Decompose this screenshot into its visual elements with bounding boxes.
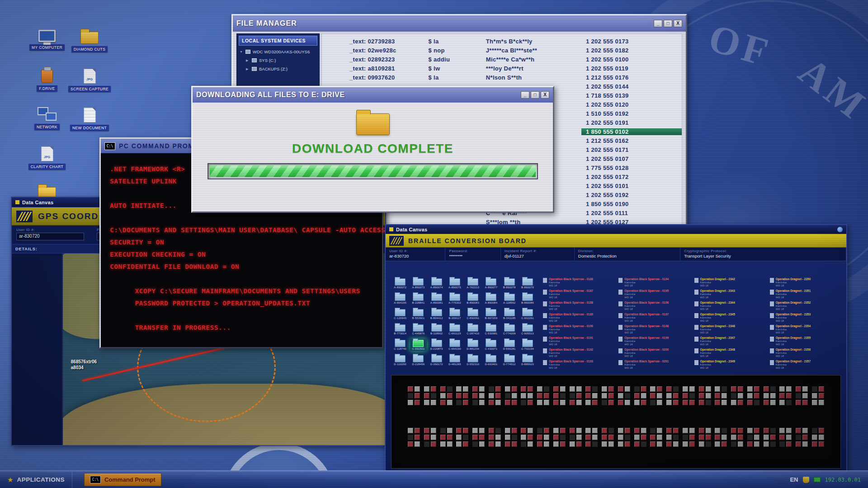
folder-item[interactable]: A-890081 (429, 293, 445, 305)
desktop-icon-diamond-cuts[interactable]: DIAMOND CUTS (68, 27, 111, 66)
folder-item[interactable]: D-881234 (465, 339, 481, 351)
folder-item[interactable]: C-430071 (483, 339, 499, 351)
folder-item[interactable]: A-890084 (483, 293, 499, 305)
taskbar-command-prompt-button[interactable]: C:\ Command Prompt (84, 473, 161, 486)
file-row[interactable]: _text: a8109281$ lw***loy De***rt1 202 5… (322, 64, 682, 73)
folder-item[interactable]: D-552310 (465, 354, 481, 366)
shield-icon[interactable] (803, 477, 809, 483)
desktop-icon-f-drive[interactable]: F.DRIVE (25, 66, 69, 105)
folder-item[interactable]: B-773014 (392, 324, 408, 336)
operation-entry[interactable]: Operation Black Sparrow - 0200KatrimbaWD… (618, 348, 689, 360)
folder-item[interactable]: A-118562 (501, 293, 518, 305)
folder-item[interactable]: B-890086 (519, 293, 536, 305)
operation-entry[interactable]: Operation Dragnet - 2343KatrimbaWD 18 (694, 289, 765, 301)
operation-entry[interactable]: Operation Dragnet - 2347KatrimbaWD 18 (694, 336, 765, 348)
folder-item[interactable]: A-890072 (392, 277, 408, 290)
folder-item[interactable]: C-445876 (410, 324, 426, 336)
file-row[interactable]: _text: 09937620$ laN*lson S**th1 212 555… (322, 73, 682, 82)
file-row[interactable]: _text: 02we928c$ nopJ*****ca Bl***ste**1… (322, 46, 682, 55)
language-indicator[interactable]: EN (790, 476, 798, 483)
operation-entry[interactable]: Operation Black Sparrow - 0193KatrimbaWD… (543, 360, 614, 371)
operation-entry[interactable]: Operation Dragnet - 2345KatrimbaWD 18 (694, 313, 765, 324)
tree-arrow-icon[interactable]: ▶ (246, 59, 250, 62)
maximize-icon[interactable] (664, 20, 672, 27)
operation-entry[interactable]: Operation Black Sparrow - 0197KatrimbaWD… (618, 313, 689, 324)
field-value[interactable]: ar-830720 (389, 253, 441, 258)
file-row[interactable]: _text: 02739283$ laTh*m*s B*ck**ly1 202 … (322, 37, 682, 46)
operation-entry[interactable]: Operation Dragnet - 2353KatrimbaWD 18 (770, 313, 841, 324)
desktop-icon-my-computer[interactable]: MY COMPUTER (25, 27, 69, 66)
folder-item[interactable]: D-774512 (501, 354, 518, 366)
tree-item-backups-z[interactable]: ▶BACKUPS (Z:) (237, 65, 319, 73)
folder-item[interactable]: C-774209 (501, 324, 518, 336)
operation-entry[interactable]: Operation Dragnet - 2346KatrimbaWD 18 (694, 324, 765, 336)
folder-item[interactable]: C-287410 (465, 324, 481, 336)
folder-item[interactable]: D-885623 (519, 354, 536, 366)
operation-entry[interactable]: Operation Dragnet - 2352KatrimbaWD 18 (770, 301, 841, 313)
operation-entry[interactable]: Operation Black Sparrow - 0201KatrimbaWD… (618, 360, 689, 371)
folder-item[interactable]: B-118902 (429, 324, 445, 336)
operation-entry[interactable]: Operation Black Sparrow - 0199KatrimbaWD… (618, 336, 689, 348)
operation-entry[interactable]: Operation Black Sparrow - 0191KatrimbaWD… (543, 336, 614, 348)
operation-entry[interactable]: Operation Black Sparrow - 0192KatrimbaWD… (543, 348, 614, 360)
folder-item[interactable]: C-664190 (447, 339, 463, 351)
device-tree-header[interactable]: LOCAL SYSTEM DEVICES (239, 36, 317, 46)
field-value[interactable]: djvl-01127 (505, 253, 571, 258)
operation-entry[interactable]: Operation Black Sparrow - 0195KatrimbaWD… (618, 289, 689, 301)
file-row[interactable]: _text: 02892323$ addiuMic****e Ca*w**h1 … (322, 55, 682, 64)
desktop-icon-screen-capture[interactable]: JPGSCREEN CAPTURE (68, 66, 111, 105)
operation-entry[interactable]: Operation Dragnet - 2356KatrimbaWD 18 (770, 348, 841, 360)
operation-entry[interactable]: Operation Black Sparrow - 0194KatrimbaWD… (618, 277, 689, 289)
minimize-icon[interactable] (521, 91, 529, 99)
folder-item[interactable]: C-890091 (465, 308, 481, 320)
folder-item[interactable]: A-664195 (392, 293, 408, 305)
folder-item[interactable]: A-890077 (483, 277, 499, 290)
operation-entry[interactable]: Operation Black Sparrow - 0187KatrimbaWD… (543, 289, 614, 301)
folder-item[interactable]: A-890075 (447, 277, 463, 290)
folder-item[interactable]: C-905513 (519, 324, 536, 336)
folder-item[interactable]: A-890073 (410, 277, 426, 290)
folder-item[interactable]: B-667209 (483, 308, 499, 320)
operation-entry[interactable]: Operation Black Sparrow - 0198KatrimbaWD… (618, 324, 689, 336)
braille-titlebar[interactable]: Data Canvas (386, 225, 846, 234)
operation-entry[interactable]: Operation Dragnet - 2344KatrimbaWD 18 (694, 301, 765, 313)
folder-item[interactable]: D-228456 (410, 354, 426, 366)
folder-item[interactable]: C-118740 (392, 339, 408, 351)
field-value[interactable]: Transport Layer Security (684, 253, 842, 258)
folder-item[interactable]: C-702194 (519, 339, 536, 351)
user-id-field[interactable]: ar-830720 (16, 233, 84, 240)
operation-entry[interactable]: Operation Black Sparrow - 0196KatrimbaWD… (618, 301, 689, 313)
operation-entry[interactable]: Operation Dragnet - 2355KatrimbaWD 18 (770, 336, 841, 348)
field-value[interactable]: Domestic Protection (578, 253, 676, 258)
titlebar-orb-icon[interactable] (837, 227, 843, 232)
desktop-icon-network[interactable]: NETWORK (25, 105, 69, 144)
folder-item[interactable]: C-530981 (483, 324, 499, 336)
folder-item[interactable]: B-341185 (501, 308, 518, 320)
folder-item[interactable]: A-762210 (465, 277, 481, 290)
folder-item[interactable]: B-890079 (519, 277, 536, 290)
folder-item[interactable]: D-663401 (483, 354, 499, 366)
folder-item[interactable]: B-890083 (465, 293, 481, 305)
folder-item[interactable]: D-481265 (447, 354, 463, 366)
operation-entry[interactable]: Operation Dragnet - 2354KatrimbaWD 18 (770, 324, 841, 336)
desktop-icon-clarity-chart[interactable]: JPGCLARITY CHART (25, 144, 69, 183)
folder-item[interactable]: D-556281 (501, 339, 518, 351)
tree-arrow-icon[interactable]: ▼ (240, 50, 243, 53)
tree-item-wdc-wd3200aaks-00uys6[interactable]: ▼WDC WD3200AAKS-00UYS6 (237, 47, 319, 56)
folder-item[interactable]: B-890078 (501, 277, 518, 290)
operation-entry[interactable]: Operation Dragnet - 2351KatrimbaWD 18 (770, 289, 841, 301)
operation-entry[interactable]: Operation Dragnet - 2348KatrimbaWD 18 (694, 348, 765, 360)
operation-entry[interactable]: Operation Dragnet - 2357KatrimbaWD 18 (770, 360, 841, 371)
tree-arrow-icon[interactable]: ▶ (246, 67, 250, 71)
operation-entry[interactable]: Operation Black Sparrow - 0186KatrimbaWD… (543, 277, 614, 289)
operation-entry[interactable]: Operation Dragnet - 2349KatrimbaWD 18 (694, 360, 765, 371)
folder-item[interactable]: C-661123 (447, 324, 463, 336)
network-icon[interactable] (814, 477, 821, 482)
folder-item[interactable]: C-902261 (519, 308, 536, 320)
folder-item[interactable]: D-220873 (429, 339, 445, 351)
file-manager-titlebar[interactable]: FILE MANAGER (233, 15, 686, 32)
tree-item-sys-c[interactable]: ▶SYS (C:) (237, 56, 319, 65)
folder-item[interactable]: C-120943 (392, 308, 408, 320)
operation-entry[interactable]: Operation Black Sparrow - 0188KatrimbaWD… (543, 301, 614, 313)
minimize-icon[interactable] (654, 20, 662, 27)
